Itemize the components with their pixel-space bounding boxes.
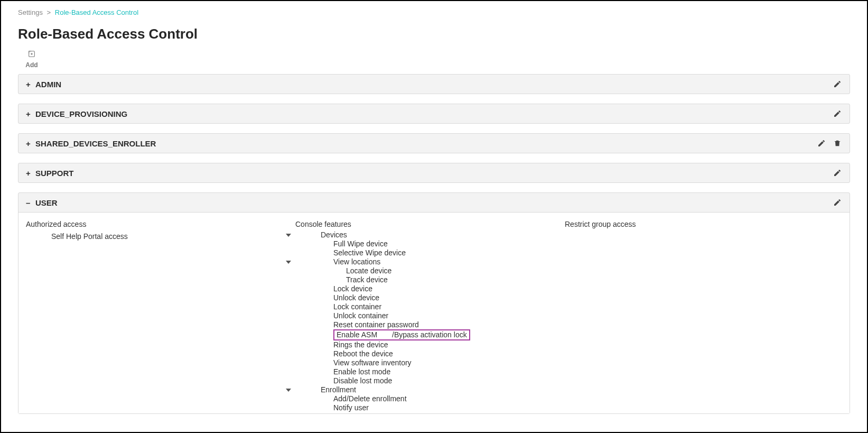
role-title: USER (35, 198, 833, 207)
tree-node-unlock-device[interactable]: Unlock device (295, 293, 565, 302)
tree-node-notify-user[interactable]: Notify user (295, 403, 565, 412)
role-header[interactable]: +SUPPORT (18, 163, 850, 182)
role-panel: +ADMIN (18, 74, 850, 94)
tree-node-rings-device[interactable]: Rings the device (295, 340, 565, 349)
authorized-access-heading: Authorized access (26, 220, 295, 228)
restrict-group-access-column: Restrict group access (565, 220, 842, 412)
caret-down-icon (286, 389, 291, 392)
tree-node-full-wipe[interactable]: Full Wipe device (295, 239, 565, 248)
tree-node-disable-lost-mode[interactable]: Disable lost mode (295, 376, 565, 385)
add-icon (27, 50, 36, 60)
role-panel-user: – USER Authorized access Self Help Porta… (18, 192, 850, 414)
console-features-column: Console features Devices Full Wipe devic… (295, 220, 565, 412)
tree-node-view-locations[interactable]: View locations (295, 257, 565, 266)
tree-node-enrollment[interactable]: Enrollment (295, 385, 565, 394)
tree-node-add-delete-enrollment[interactable]: Add/Delete enrollment (295, 394, 565, 403)
edit-button[interactable] (833, 109, 842, 118)
role-panel: +SUPPORT (18, 163, 850, 183)
tree-node-lock-device[interactable]: Lock device (295, 284, 565, 293)
edit-button[interactable] (817, 139, 826, 148)
tree-node-selective-wipe[interactable]: Selective Wipe device (295, 248, 565, 257)
role-title: SHARED_DEVICES_ENROLLER (35, 139, 817, 148)
role-panel: +DEVICE_PROVISIONING (18, 104, 850, 124)
add-button-label: Add (25, 61, 38, 69)
tree-node-track-device[interactable]: Track device (295, 275, 565, 284)
caret-down-icon (286, 261, 291, 264)
tree-node-lock-container[interactable]: Lock container (295, 302, 565, 311)
authorized-access-column: Authorized access Self Help Portal acces… (26, 220, 295, 412)
role-header[interactable]: +SHARED_DEVICES_ENROLLER (18, 134, 850, 153)
tree-node-unlock-container[interactable]: Unlock container (295, 311, 565, 320)
console-features-heading: Console features (295, 220, 565, 228)
role-header[interactable]: +DEVICE_PROVISIONING (18, 104, 850, 123)
role-panel: +SHARED_DEVICES_ENROLLER (18, 133, 850, 153)
tree-node-locate-device[interactable]: Locate device (295, 266, 565, 275)
role-title: SUPPORT (35, 169, 833, 178)
expand-icon: + (26, 169, 32, 178)
tree-node-reset-container-password[interactable]: Reset container password (295, 320, 565, 329)
breadcrumb-root[interactable]: Settings (18, 8, 43, 16)
authorized-access-item[interactable]: Self Help Portal access (26, 231, 295, 242)
breadcrumb: Settings > Role-Based Access Control (18, 8, 850, 16)
breadcrumb-separator: > (47, 8, 51, 16)
role-body-user: Authorized access Self Help Portal acces… (18, 212, 850, 413)
add-button[interactable]: Add (18, 50, 45, 69)
edit-button[interactable] (833, 168, 842, 178)
tree-node-devices[interactable]: Devices (295, 231, 565, 239)
edit-button[interactable] (833, 79, 842, 89)
tree-node-reboot-device[interactable]: Reboot the device (295, 349, 565, 358)
role-header-user[interactable]: – USER (18, 193, 850, 212)
highlight-box: Enable ASM /Bypass activation lock (333, 329, 470, 340)
expand-icon: + (26, 139, 32, 148)
page-title: Role-Based Access Control (18, 26, 850, 42)
tree-node-enable-asm-bypass[interactable]: Enable ASM /Bypass activation lock (295, 329, 565, 340)
role-title: DEVICE_PROVISIONING (35, 109, 833, 118)
caret-down-icon (286, 234, 291, 237)
edit-button[interactable] (833, 198, 842, 207)
restrict-group-access-heading: Restrict group access (565, 220, 842, 228)
delete-button[interactable] (833, 139, 842, 148)
breadcrumb-current-link[interactable]: Role-Based Access Control (55, 8, 138, 16)
role-header[interactable]: +ADMIN (18, 75, 850, 94)
expand-icon: + (26, 80, 32, 89)
tree-node-enable-lost-mode[interactable]: Enable lost mode (295, 367, 565, 376)
role-title: ADMIN (35, 80, 833, 89)
expand-icon: + (26, 109, 32, 118)
collapse-icon: – (26, 198, 32, 207)
tree-node-view-software-inventory[interactable]: View software inventory (295, 358, 565, 367)
page-container: Settings > Role-Based Access Control Rol… (1, 1, 867, 414)
